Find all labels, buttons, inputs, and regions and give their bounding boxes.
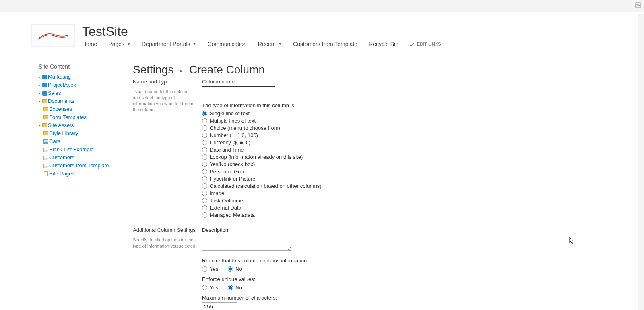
column-type-option[interactable]: External Data [202,204,628,211]
tree-item-site-pages[interactable]: Site Pages [39,170,129,178]
tree-item-cars[interactable]: Cars [39,137,129,146]
tree-label: Cars [49,137,60,146]
tree-label: Customers from Template [49,162,109,170]
chevron-down-icon: ▼ [127,42,130,46]
expand-handle-icon[interactable]: ▸ [39,97,42,105]
require-no-option[interactable]: No [228,266,242,273]
tree-item-documents[interactable]: ▸Documents [39,97,129,105]
tree-item-expenses[interactable]: Expenses [39,105,129,113]
column-type-option[interactable]: Date and Time [202,146,628,153]
nav-customers-template[interactable]: Customers from Template [293,41,357,47]
tree-label: Customers [49,154,74,162]
nav-dept-label: Department Portals [142,41,190,47]
nav-communication[interactable]: Communication [208,41,247,47]
column-type-label: Currency ($, ¥, €) [210,139,250,146]
column-type-option[interactable]: Hyperlink or Picture [202,175,628,182]
nav-dept-portals[interactable]: Department Portals▼ [142,41,196,47]
maxchars-input[interactable] [202,302,237,310]
column-type-label: Date and Time [210,146,244,153]
site-logo[interactable] [31,24,75,47]
column-type-option[interactable]: Multiple lines of text [202,117,628,124]
page-icon [43,171,49,177]
expand-handle-icon[interactable]: ▸ [39,81,42,89]
tree-item-marketing[interactable]: ▸Marketing [39,73,129,81]
top-nav: Home Pages▼ Department Portals▼ Communic… [82,41,644,47]
column-type-option[interactable]: Choice (menu to choose from) [202,125,628,131]
edit-links-button[interactable]: EDIT LINKS [410,42,441,46]
column-type-option[interactable]: Calculated (calculation based on other c… [202,183,628,189]
folder-icon [43,106,49,112]
column-type-option[interactable]: Managed Metadata [202,212,628,218]
breadcrumb: Settings ▸ Create Column [133,63,628,76]
column-type-label: Task Outcome [210,197,243,204]
column-name-input[interactable] [202,86,275,95]
tree-item-sales[interactable]: ▸Sales [39,89,129,97]
unique-no-option[interactable]: No [228,284,242,291]
nav-pages[interactable]: Pages▼ [108,41,130,47]
column-type-option[interactable]: Yes/No (check box) [202,161,628,168]
type-prompt-label: The type of information in this column i… [202,102,628,108]
section-name-type-help: Type a name for this column, and select … [133,89,197,113]
tree-item-blank-list[interactable]: Blank List Example [39,146,129,154]
maxchars-label: Maximum number of characters: [202,295,628,301]
list-icon [43,155,49,160]
column-type-label: Lookup (information already on this site… [210,154,303,160]
site-title[interactable]: TestSite [82,24,644,39]
tree-item-customers[interactable]: Customers [39,154,129,162]
column-type-option[interactable]: Person or Group [202,168,628,175]
column-type-option[interactable]: Image [202,190,628,197]
nav-recycle-bin[interactable]: Recycle Bin [369,41,398,47]
folder-icon [43,114,49,120]
chevron-down-icon: ▼ [193,42,196,46]
tree-label: Style Library [49,129,78,137]
tree-item-projectapex[interactable]: ▸ProjectApex [39,81,129,89]
pencil-icon [410,42,415,46]
column-type-option[interactable]: Currency ($, ¥, €) [202,139,628,146]
tree-label: Form Templates [49,113,87,121]
edit-links-label: EDIT LINKS [417,42,441,46]
tree-label: Expenses [49,105,72,113]
tree-item-customers-template[interactable]: Customers from Template [39,162,129,170]
column-type-option[interactable]: Single line of text [202,110,628,117]
nav-recent-label: Recent [258,41,276,47]
description-input[interactable] [202,235,291,251]
unique-yes-option[interactable]: Yes [202,284,218,291]
option-label: No [235,284,242,291]
column-type-label: Yes/No (check box) [210,161,255,168]
folder-icon [43,131,49,136]
tree-label: Documents [48,97,74,105]
ribbon-expand-icon[interactable] [635,2,641,9]
tree-item-form-templates[interactable]: Form Templates [39,113,129,121]
tree-item-style-library[interactable]: Style Library [39,129,129,137]
site-icon [42,74,47,80]
tree-label: Site Pages [49,170,74,178]
expand-handle-icon[interactable]: ▸ [39,73,42,81]
tree-label: Blank List Example [49,146,94,154]
scrollbar[interactable] [638,14,644,310]
column-type-label: Image [210,190,224,197]
column-type-label: Managed Metadata [210,212,255,218]
tree-label: Sales [48,89,61,97]
tree-label: Marketing [48,73,71,81]
expand-handle-icon[interactable]: ▸ [39,121,42,129]
expand-handle-icon[interactable]: ▸ [39,89,42,97]
description-label: Description: [202,227,628,233]
option-label: No [235,266,242,273]
main-content: Settings ▸ Create Column Name and Type T… [129,63,644,310]
left-nav: Site Content ▸Marketing ▸ProjectApex ▸Sa… [0,63,129,310]
require-yes-option[interactable]: Yes [202,266,218,273]
breadcrumb-current: Create Column [189,63,265,76]
nav-home[interactable]: Home [82,41,97,47]
breadcrumb-settings[interactable]: Settings [133,63,173,76]
column-type-option[interactable]: Number (1, 1.0, 100) [202,132,628,139]
chevron-down-icon: ▼ [278,42,282,46]
site-icon [42,90,47,96]
header: TestSite Home Pages▼ Department Portals▼… [0,12,644,47]
column-type-option[interactable]: Task Outcome [202,197,628,204]
nav-recent[interactable]: Recent▼ [258,41,282,47]
tree-item-site-assets[interactable]: ▸Site Assets [39,121,129,129]
column-type-label: Single line of text [210,110,250,117]
column-type-option[interactable]: Lookup (information already on this site… [202,154,628,160]
picture-icon [43,139,49,144]
folder-icon [42,123,47,128]
